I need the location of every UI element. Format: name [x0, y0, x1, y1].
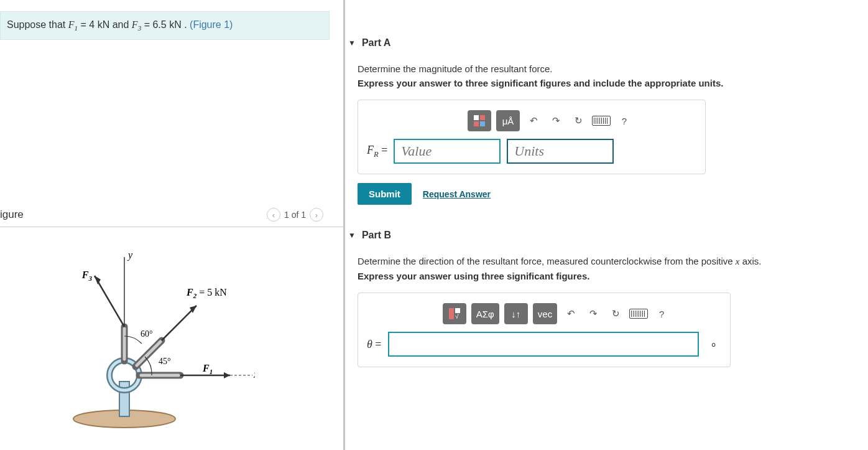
right-column: ▼ Part A Determine the magnitude of the … [345, 0, 868, 450]
axis-x-label: x [253, 369, 255, 380]
f1-label: F [202, 363, 210, 373]
angle-45: 45° [159, 357, 171, 366]
part-a-variable-label: FR = [367, 144, 387, 159]
svg-rect-25 [449, 308, 454, 319]
text: Suppose that [7, 19, 68, 30]
text: and [109, 19, 132, 30]
svg-rect-23 [474, 121, 479, 126]
var-f1: F1 [68, 19, 78, 30]
part-b-variable-label: θ = [367, 338, 382, 351]
help-icon[interactable]: ? [653, 303, 670, 324]
templates-icon[interactable] [468, 110, 491, 131]
units-hint-button[interactable]: μÅ [496, 110, 520, 131]
part-b-answer-block: √ ΑΣφ ↓↑ vec ↶ ↷ ↻ ? θ = ∘ [358, 293, 731, 367]
axis-y-label: y [127, 250, 133, 261]
part-a-format: Express your answer to three significant… [358, 78, 862, 88]
svg-text:√: √ [455, 313, 459, 320]
reset-icon[interactable]: ↻ [607, 303, 624, 324]
svg-rect-21 [474, 115, 479, 120]
left-column: Suppose that F1 = 4 kN and F3 = 6.5 kN .… [0, 0, 345, 450]
svg-line-14 [162, 306, 196, 340]
text: = 6.5 kN [141, 19, 181, 30]
svg-rect-26 [455, 308, 460, 313]
svg-text:F2 = 5 kN: F2 = 5 kN [186, 287, 227, 299]
reset-icon[interactable]: ↻ [570, 110, 587, 131]
submit-button[interactable]: Submit [358, 183, 412, 205]
svg-line-11 [95, 276, 124, 327]
angle-60: 60° [141, 329, 153, 339]
keyboard-icon[interactable] [629, 303, 648, 324]
part-a-toolbar: μÅ ↶ ↷ ↻ ? [404, 110, 696, 131]
f3-label: F [81, 270, 89, 280]
vec-button[interactable]: vec [533, 303, 557, 324]
keyboard-icon[interactable] [592, 110, 611, 131]
figure-header: igure ‹ 1 of 1 › [0, 208, 343, 227]
svg-marker-12 [95, 276, 101, 284]
greek-button[interactable]: ΑΣφ [471, 303, 499, 324]
part-b-instruction: Determine the direction of the resultant… [358, 256, 862, 267]
figure-pager-text: 1 of 1 [284, 210, 306, 220]
subsup-button[interactable]: ↓↑ [504, 303, 528, 324]
undo-icon[interactable]: ↶ [525, 110, 542, 131]
redo-icon[interactable]: ↷ [584, 303, 602, 324]
request-answer-link[interactable]: Request Answer [423, 189, 491, 199]
part-b-format: Express your answer using three signific… [358, 271, 862, 281]
redo-icon[interactable]: ↷ [547, 110, 565, 131]
part-a-answer-block: μÅ ↶ ↷ ↻ ? FR = [358, 100, 706, 174]
help-icon[interactable]: ? [616, 110, 633, 131]
problem-statement: Suppose that F1 = 4 kN and F3 = 6.5 kN .… [0, 11, 330, 40]
text: . [182, 19, 190, 30]
part-a: ▼ Part A Determine the magnitude of the … [358, 37, 868, 205]
part-b-title: Part B [362, 230, 391, 241]
svg-rect-24 [480, 121, 485, 126]
value-input[interactable] [394, 139, 501, 164]
units-input[interactable] [507, 139, 614, 164]
theta-input[interactable] [388, 332, 699, 357]
degree-symbol: ∘ [710, 337, 717, 351]
chevron-down-icon: ▼ [348, 39, 356, 47]
svg-text:F1: F1 [202, 363, 213, 375]
text: = 4 kN [78, 19, 109, 30]
undo-icon[interactable]: ↶ [562, 303, 579, 324]
part-b: ▼ Part B Determine the direction of the … [358, 230, 868, 367]
part-b-toolbar: √ ΑΣφ ↓↑ vec ↶ ↷ ↻ ? [392, 303, 721, 324]
figure-title: igure [0, 209, 24, 221]
figure-prev-button[interactable]: ‹ [267, 208, 280, 222]
f2-label: F [186, 287, 193, 298]
part-a-instruction: Determine the magnitude of the resultant… [358, 63, 862, 74]
templates-icon[interactable]: √ [443, 303, 466, 324]
svg-rect-22 [480, 115, 485, 120]
figure-pager: ‹ 1 of 1 › [267, 208, 323, 222]
svg-text:F3: F3 [81, 270, 93, 282]
figure-link[interactable]: (Figure 1) [190, 19, 233, 30]
var-f3: F3 [132, 19, 141, 30]
figure-image: y F3 F2 = 5 kN x [0, 227, 343, 445]
part-b-header[interactable]: ▼ Part B [348, 230, 868, 246]
part-a-header[interactable]: ▼ Part A [348, 37, 868, 54]
part-a-title: Part A [362, 37, 391, 49]
chevron-down-icon: ▼ [348, 231, 356, 240]
svg-marker-18 [224, 372, 230, 378]
figure-next-button[interactable]: › [310, 208, 323, 222]
